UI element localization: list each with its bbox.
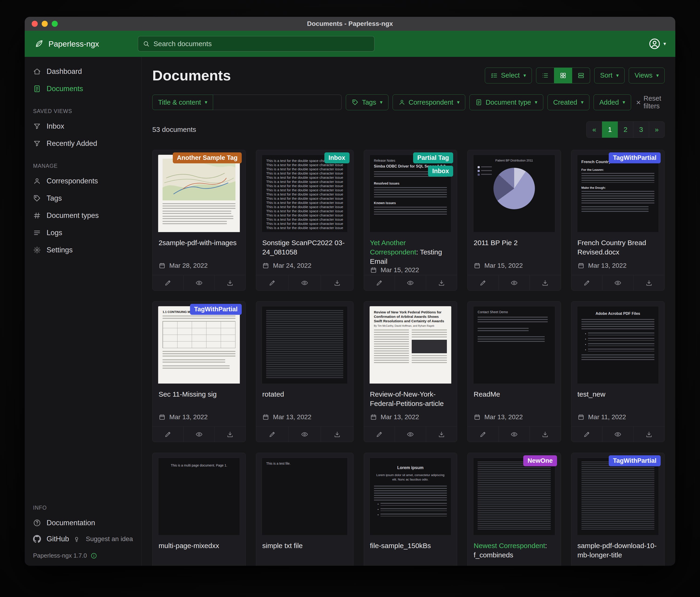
- document-thumbnail[interactable]: Adobe Acrobat PDF Files••••: [572, 302, 665, 384]
- document-card[interactable]: This is a multi page document. Page 1.mu…: [152, 453, 246, 566]
- sidebar-item-recently-added[interactable]: Recently Added: [25, 135, 141, 152]
- edit-button[interactable]: [468, 275, 499, 290]
- download-button[interactable]: [633, 275, 665, 290]
- card-title[interactable]: rotated: [262, 390, 347, 399]
- document-thumbnail[interactable]: Review of New York Federal Petitions for…: [364, 302, 457, 384]
- edit-button[interactable]: [572, 427, 602, 442]
- tag-badge-tagwithpartial[interactable]: TagWithPartial: [609, 455, 661, 466]
- edit-button[interactable]: [364, 427, 395, 442]
- document-thumbnail[interactable]: This is a test file.: [256, 453, 353, 535]
- document-card[interactable]: TagWithPartialFrench Country BreadFor th…: [571, 150, 665, 291]
- card-title[interactable]: Sec 11-Missing sig: [158, 390, 240, 399]
- search-input[interactable]: [153, 40, 370, 48]
- close-button[interactable]: [32, 21, 38, 27]
- card-title[interactable]: file-sample_150kBs: [370, 541, 451, 550]
- document-thumbnail[interactable]: This is a multi page document. Page 1.: [152, 453, 246, 535]
- sidebar-item-documentation[interactable]: Documentation: [25, 514, 141, 531]
- card-title[interactable]: ReadMe: [474, 390, 554, 399]
- sidebar-item-logs[interactable]: Logs: [25, 224, 141, 241]
- sidebar-item-document-types[interactable]: Document types: [25, 207, 141, 224]
- minimize-button[interactable]: [42, 21, 48, 27]
- card-correspondent[interactable]: Newest Correspondent: [474, 542, 545, 549]
- sidebar-item-documents[interactable]: Documents: [25, 80, 141, 97]
- card-title[interactable]: Yet Another Correspondent: Testing Email: [370, 238, 451, 266]
- list-view-button[interactable]: [536, 68, 554, 83]
- document-card[interactable]: Review of New York Federal Petitions for…: [364, 301, 457, 442]
- download-button[interactable]: [529, 427, 561, 442]
- view-button[interactable]: [499, 275, 530, 290]
- sidebar-item-settings[interactable]: Settings: [25, 241, 141, 259]
- document-card[interactable]: Lorem ipsumLorem ipsum dolor sit amet, c…: [364, 453, 457, 566]
- tag-badge-inbox[interactable]: Inbox: [428, 166, 453, 176]
- view-button[interactable]: [395, 275, 426, 290]
- tag-badge-tagwithpartial[interactable]: TagWithPartial: [190, 304, 242, 315]
- download-button[interactable]: [426, 427, 457, 442]
- view-button[interactable]: [602, 275, 633, 290]
- zoom-button[interactable]: [52, 21, 58, 27]
- document-thumbnail[interactable]: Patient BP Distribution 2011: [468, 150, 560, 232]
- document-card[interactable]: This is a test file.simple txt file: [256, 453, 353, 566]
- card-title[interactable]: Newest Correspondent: f_combineds: [474, 541, 554, 560]
- sidebar-item-github[interactable]: GitHub: [25, 531, 72, 546]
- download-button[interactable]: [633, 427, 665, 442]
- sidebar-item-correspondents[interactable]: Correspondents: [25, 172, 141, 190]
- correspondent-filter-button[interactable]: Correspondent ▾: [393, 94, 466, 110]
- select-button[interactable]: Select ▾: [485, 68, 532, 83]
- card-title[interactable]: Sonstige ScanPC2022 03-24_081058: [262, 238, 347, 257]
- sidebar-item-inbox[interactable]: Inbox: [25, 118, 141, 135]
- download-button[interactable]: [529, 275, 561, 290]
- added-filter-button[interactable]: Added ▾: [594, 94, 631, 110]
- download-button[interactable]: [321, 427, 353, 442]
- card-title[interactable]: 2011 BP Pie 2: [474, 238, 554, 247]
- document-card[interactable]: Partial TagInboxRelease NotesSimba ODBC …: [364, 150, 457, 291]
- pagination-page-1[interactable]: 1: [602, 121, 618, 138]
- tag-badge-tagwithpartial[interactable]: TagWithPartial: [609, 152, 661, 163]
- suggest-idea-link[interactable]: Suggest an idea: [72, 531, 141, 546]
- pagination-page-3[interactable]: 3: [633, 121, 649, 138]
- download-button[interactable]: [215, 275, 246, 290]
- pagination-page-2[interactable]: 2: [618, 121, 633, 138]
- card-title[interactable]: French Country Bread Revised.docx: [577, 238, 658, 257]
- detail-view-button[interactable]: [572, 68, 590, 83]
- card-title[interactable]: Review-of-New-York-Federal-Petitions-art…: [370, 390, 451, 408]
- app-brand[interactable]: Paperless-ngx: [34, 39, 138, 49]
- grid-view-button[interactable]: [554, 68, 572, 83]
- created-filter-button[interactable]: Created ▾: [548, 94, 590, 110]
- tag-badge-newone[interactable]: NewOne: [523, 455, 557, 466]
- tag-badge-another-sample-tag[interactable]: Another Sample Tag: [173, 152, 242, 163]
- pagination-prev[interactable]: «: [586, 121, 602, 138]
- edit-button[interactable]: [256, 427, 288, 442]
- card-title[interactable]: simple txt file: [262, 541, 347, 550]
- view-button[interactable]: [183, 427, 215, 442]
- user-menu-button[interactable]: ▾: [649, 38, 666, 50]
- download-button[interactable]: [426, 275, 457, 290]
- card-title[interactable]: sample-pdf-download-10-mb-longer-title: [577, 541, 658, 560]
- pagination-next[interactable]: »: [649, 121, 665, 138]
- edit-button[interactable]: [152, 275, 183, 290]
- view-button[interactable]: [602, 427, 633, 442]
- global-search[interactable]: [138, 36, 374, 51]
- document-card[interactable]: Adobe Acrobat PDF Files••••test_newMar 1…: [571, 301, 665, 442]
- view-button[interactable]: [499, 427, 530, 442]
- title-content-dropdown[interactable]: Title & content ▾: [152, 95, 213, 110]
- info-circle-icon[interactable]: [91, 552, 97, 559]
- download-button[interactable]: [321, 275, 353, 290]
- document-card[interactable]: NewOneNewest Correspondent: f_combineds: [467, 453, 561, 566]
- document-card[interactable]: rotatedMar 13, 2022: [256, 301, 353, 442]
- edit-button[interactable]: [572, 275, 602, 290]
- view-button[interactable]: [395, 427, 426, 442]
- card-title[interactable]: 2sample-pdf-with-images: [158, 238, 240, 247]
- edit-button[interactable]: [468, 427, 499, 442]
- views-button[interactable]: Views ▾: [629, 68, 665, 83]
- download-button[interactable]: [215, 427, 246, 442]
- document-card[interactable]: Contact Sheet DemoReadMeMar 13, 2022: [467, 301, 561, 442]
- view-button[interactable]: [288, 427, 321, 442]
- document-card[interactable]: Patient BP Distribution 20112011 BP Pie …: [467, 150, 561, 291]
- tags-filter-button[interactable]: Tags ▾: [346, 94, 388, 110]
- reset-filters-button[interactable]: × Reset filters: [636, 95, 665, 110]
- window-titlebar[interactable]: Documents - Paperless-ngx: [25, 17, 675, 31]
- edit-button[interactable]: [152, 427, 183, 442]
- edit-button[interactable]: [364, 275, 395, 290]
- document-card[interactable]: Another Sample Tag2sample-pdf-with-image…: [152, 150, 246, 291]
- edit-button[interactable]: [256, 275, 288, 290]
